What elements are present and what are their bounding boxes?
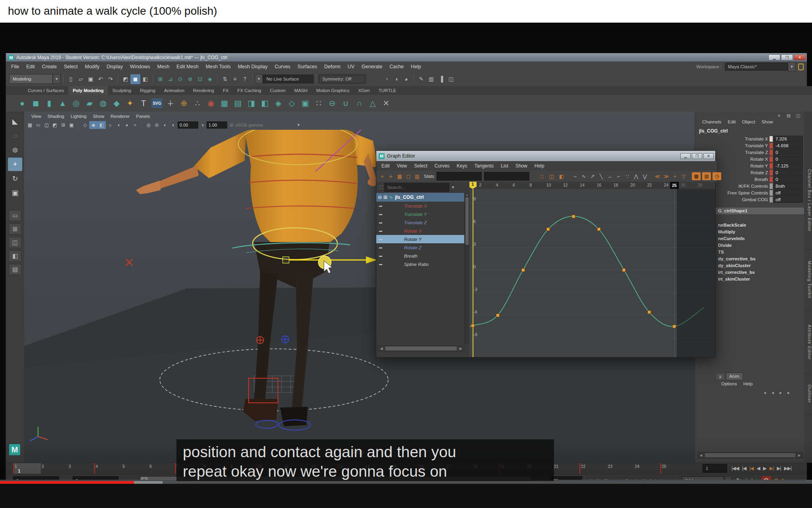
workspace-dropdown[interactable]: Maya Classic* [725,63,788,71]
curve-key-frame-25[interactable] [672,325,676,328]
gamma-field[interactable] [207,121,227,129]
keyframe-tick[interactable] [660,463,661,474]
view-transform-caret-icon[interactable]: ▼ [295,121,302,129]
menu-deform[interactable]: Deform [321,64,344,69]
minimize-button[interactable]: ▁ [680,153,691,159]
frame-label-5[interactable]: 5 [123,464,149,469]
attribute-value[interactable]: Both [774,183,803,189]
input-connections-icon[interactable]: ⇅ [220,74,230,84]
extrude-icon[interactable]: ◈ [272,96,285,110]
separate-icon[interactable]: ∩ [352,96,366,110]
panel-toggle-icon[interactable]: ◫ [446,74,456,84]
spline-tangent-icon[interactable]: ∿ [579,172,588,181]
plateau-tangent-icon[interactable]: ∵ [623,172,632,181]
menu-generate[interactable]: Generate [358,64,386,69]
frame-playback-icon[interactable]: ◫ [547,172,556,181]
menu-uv[interactable]: UV [344,64,358,69]
view-transform-icon[interactable]: ⊜ [227,121,236,129]
open-scene-icon[interactable]: ▱ [76,74,86,84]
resolution-gate-icon[interactable]: ◫ [42,121,51,129]
menu-mesh[interactable]: Mesh [154,64,173,69]
viewport-menu-view[interactable]: View [28,114,44,119]
construction-history-icon[interactable]: ≡ [230,74,240,84]
wireframe-icon[interactable]: ◇ [81,121,89,129]
frame-label-24[interactable]: 24 [635,464,662,469]
frame-label-21[interactable]: 21 [554,464,581,469]
menu-mesh-tools[interactable]: Mesh Tools [202,64,234,69]
move-tool-icon[interactable]: + [8,158,22,171]
select-component-icon[interactable]: ◧ [140,74,150,84]
lock-workspace-icon[interactable] [798,64,804,70]
channel-box-menu-channels[interactable]: Channels [699,119,725,124]
scroll-left-icon[interactable]: ◀ [698,453,704,458]
make-live-icon[interactable]: ◈ [205,74,215,84]
exposure-icon[interactable]: ◐ [169,121,178,129]
time-clock-icon[interactable]: ◷ [712,172,721,180]
menu-help[interactable]: Help [407,64,425,69]
viewport-menu-lighting[interactable]: Lighting [67,114,90,119]
field-chart-icon[interactable]: ⊞ [59,121,67,129]
shadows-icon[interactable]: ◑ [114,121,123,129]
attribute-value[interactable]: -7.125 [774,163,803,169]
combine-icon[interactable]: ∪ [339,96,352,110]
pivot-cross-marker[interactable] [126,259,132,266]
tab-display-partial[interactable]: y [716,373,725,380]
graph-editor-titlebar[interactable]: M Graph Editor ▁ ❐ ✕ [376,151,715,161]
retime-keys-icon[interactable]: ▥ [413,172,421,181]
save-scene-icon[interactable]: ▣ [86,74,96,84]
graph-outliner-hscrollbar[interactable]: ◀ ▶ [378,345,464,352]
go-to-start-button[interactable]: |◀◀ [730,464,741,473]
step-back-key-button[interactable]: |◀ [748,464,755,473]
poly-plane-icon[interactable]: ▰ [83,96,96,110]
curve-key-frame-4[interactable] [496,314,500,317]
poly-sphere-icon[interactable]: ● [15,96,29,110]
graph-menu-list[interactable]: List [497,163,512,169]
frame-label-1[interactable]: 1 [15,464,42,469]
linear-tangent-icon[interactable]: ╲ [597,172,605,181]
render-icon[interactable]: ◔ [381,74,391,84]
sidebar-tab-attribute-editor[interactable]: Attribute Editor [804,310,812,375]
flat-tangent-icon[interactable]: ↔ [605,172,614,181]
current-time-marker[interactable]: 1 [469,182,477,189]
two-pane-layout-icon[interactable]: ◫ [9,237,21,248]
snap-curve-icon[interactable]: ⊿ [165,74,175,84]
shelf-tab-custom[interactable]: Custom [266,86,290,95]
curve-key-frame-10[interactable] [546,227,550,231]
keyframe-tick[interactable] [579,463,580,474]
new-scene-icon[interactable]: ▯ [66,74,76,84]
play-forwards-button[interactable]: ▶ [762,464,768,473]
triangulate-icon[interactable]: △ [366,96,379,110]
curve-key-frame-13[interactable] [572,215,575,218]
search-input[interactable] [384,183,449,192]
viewport-menu-renderer[interactable]: Renderer [107,114,133,119]
undo-icon[interactable]: ↶ [96,74,105,84]
shelf-tab-poly-modeling[interactable]: Poly Modeling [68,86,108,95]
projection-icon[interactable]: ⊕ [177,96,191,110]
go-to-end-button[interactable]: ▶▶| [782,464,793,473]
curve-key-frame-16[interactable] [597,227,601,231]
frame-label-3[interactable]: 3 [69,464,96,469]
gamma-icon[interactable]: ◑ [198,121,207,129]
menu-cache[interactable]: Cache [386,64,407,69]
graph-menu-keys[interactable]: Keys [453,163,471,169]
break-tangent-icon[interactable]: ⋀ [632,172,640,181]
ao-icon[interactable]: ◕ [123,121,131,129]
layer-menu-options[interactable]: Options [718,381,740,386]
menu-curves[interactable]: Curves [271,64,294,69]
minimize-button[interactable]: ▁ [768,54,780,60]
sphere-project-icon[interactable]: ◉ [204,96,218,110]
exposure-field[interactable] [178,121,198,129]
shelf-tab-xgen[interactable]: XGen [354,86,374,95]
poly-torus-icon[interactable]: ◎ [69,96,83,110]
attribute-value[interactable]: off [774,196,803,203]
menu-edit-mesh[interactable]: Edit Mesh [173,64,202,69]
bevel-icon[interactable]: ◇ [285,96,299,110]
boolean-icon[interactable]: ⊖ [326,96,339,110]
curve-key-frame-7[interactable] [521,268,525,272]
channel-row-translate-z[interactable]: ▬Translate Z [376,218,469,227]
close-button[interactable]: ✕ [794,54,806,60]
menu-file[interactable]: File [8,64,23,69]
graph-time-ruler[interactable]: 246810121416182022242628251 [469,182,715,189]
curve-key-frame-22[interactable] [647,310,651,314]
current-time-line[interactable] [473,189,473,357]
